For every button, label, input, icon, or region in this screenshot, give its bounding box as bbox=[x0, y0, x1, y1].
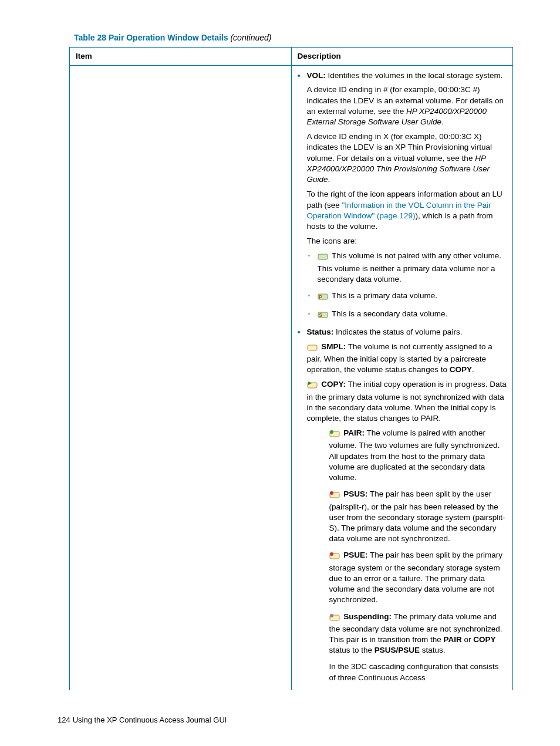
cell-description: VOL: Identifies the volumes in the local… bbox=[291, 66, 513, 690]
svg-point-11 bbox=[330, 491, 333, 495]
vol-icons-intro: The icons are: bbox=[307, 236, 507, 247]
svg-point-13 bbox=[330, 552, 333, 556]
col-header-description: Description bbox=[291, 47, 513, 65]
table-caption-suffix: (continued) bbox=[230, 33, 271, 42]
status-trail: In the 3DC cascading configuration that … bbox=[329, 661, 507, 683]
svg-text:P: P bbox=[319, 294, 322, 300]
volume-unpaired-icon bbox=[318, 252, 328, 263]
status-indent-stack: PAIR: The volume is paired with another … bbox=[307, 428, 507, 683]
table-caption-text: Table 28 Pair Operation Window Details bbox=[74, 33, 228, 42]
page: Table 28 Pair Operation Window Details (… bbox=[0, 0, 560, 746]
status-suspending: Suspending: The primary data volume and … bbox=[329, 612, 507, 656]
svg-point-9 bbox=[330, 430, 333, 434]
table-caption: Table 28 Pair Operation Window Details (… bbox=[74, 32, 513, 43]
status-copy-icon bbox=[307, 381, 318, 391]
vol-icon3-item: S This is a secondary data volume. bbox=[315, 309, 507, 321]
cell-item bbox=[70, 66, 292, 690]
status-suspending-icon bbox=[329, 613, 340, 624]
page-footer: 124 Using the XP Continuous Access Journ… bbox=[58, 715, 227, 725]
vol-p1: A device ID ending in # (for example, 00… bbox=[307, 85, 507, 127]
vol-item: VOL: Identifies the volumes in the local… bbox=[306, 70, 507, 321]
page-number: 124 bbox=[58, 715, 70, 725]
status-intro: Indicates the status of volume pairs. bbox=[333, 328, 462, 336]
svg-point-15 bbox=[330, 614, 333, 617]
status-pair-icon bbox=[329, 430, 340, 440]
col-header-item: Item bbox=[70, 47, 292, 65]
status-smpl: SMPL: The volume is not currently assign… bbox=[307, 342, 507, 376]
vol-icon1-item: This volume is not paired with any other… bbox=[315, 251, 507, 285]
status-psus: PSUS: The pair has been split by the use… bbox=[329, 489, 507, 544]
status-psus-icon bbox=[329, 491, 340, 501]
chapter-title: Using the XP Continuous Access Journal G… bbox=[73, 715, 227, 724]
vol-intro: Identifies the volumes in the local stor… bbox=[326, 71, 503, 80]
status-smpl-icon bbox=[307, 343, 318, 354]
status-psue-icon bbox=[329, 552, 340, 562]
volume-secondary-icon: S bbox=[318, 310, 328, 321]
vol-p3: To the right of the icon appears informa… bbox=[307, 189, 507, 232]
volume-primary-icon: P bbox=[318, 292, 328, 303]
vol-icon2-item: P This is a primary data volume. bbox=[315, 291, 507, 303]
details-table: Item Description VOL: Identifies the vol… bbox=[69, 47, 513, 690]
status-label: Status: bbox=[307, 328, 334, 336]
vol-icons-list: This volume is not paired with any other… bbox=[307, 251, 507, 321]
status-copy: COPY: The initial copy operation is in p… bbox=[307, 379, 507, 424]
status-item: Status: Indicates the status of volume p… bbox=[306, 327, 507, 683]
svg-text:S: S bbox=[319, 312, 322, 318]
svg-rect-0 bbox=[318, 254, 328, 259]
vol-label: VOL: bbox=[307, 71, 326, 80]
svg-rect-5 bbox=[308, 345, 317, 350]
vol-p2: A device ID ending in X (for example, 00… bbox=[307, 131, 507, 185]
description-list: VOL: Identifies the volumes in the local… bbox=[298, 70, 507, 683]
status-pair: PAIR: The volume is paired with another … bbox=[329, 428, 507, 483]
status-psue: PSUE: The pair has been split by the pri… bbox=[329, 550, 507, 605]
